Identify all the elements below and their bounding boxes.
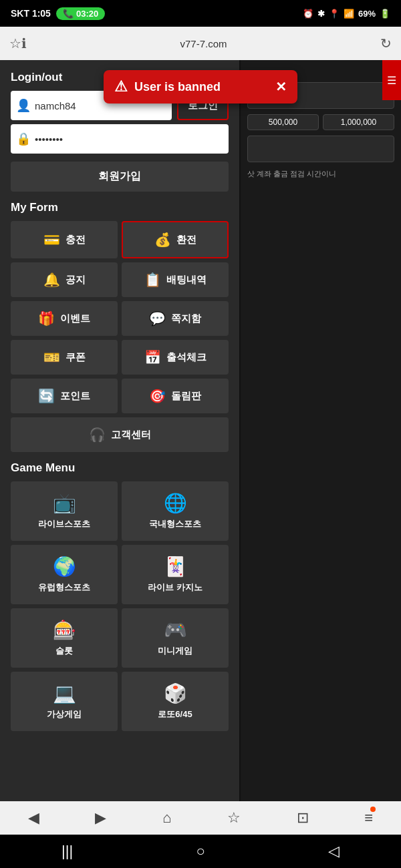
nav-back-button[interactable]: ◀ [28, 809, 39, 827]
lotto-label: 로또6/45 [158, 708, 192, 720]
domestic-sports-icon: 🌐 [164, 492, 187, 514]
domestic-sports-button[interactable]: 🌐 국내형스포츠 [122, 481, 229, 541]
amount-2: 1,000,000 [323, 114, 394, 130]
lotto-button[interactable]: 🎲 로또6/45 [122, 672, 229, 731]
slots-icon: 🎰 [53, 619, 76, 641]
event-icon: 🎁 [38, 310, 55, 327]
mini-game-button[interactable]: 🎮 미니게임 [122, 608, 229, 668]
carrier-label: SKT 1:05 [11, 8, 51, 19]
back-button[interactable]: ◁ [328, 843, 340, 860]
right-panel: ₩ 500,000 1,000,000 삿 계좌 출금 점검 시간이니 [241, 60, 401, 801]
recent-apps-button[interactable]: ||| [61, 843, 73, 860]
status-bar: SKT 1:05 📞 03:20 ⏰ ✱ 📍 📶 69% 🔋 [0, 0, 401, 27]
my-form-grid: 💳 충전 💰 환전 🔔 공지 📋 배팅내역 🎁 이벤트 💬 쪽지함 [11, 221, 229, 413]
virtual-game-button[interactable]: 💻 가상게임 [11, 672, 118, 731]
notice-button[interactable]: 🔔 공지 [11, 262, 118, 297]
point-label: 포인트 [60, 390, 90, 403]
my-form-title: My Form [11, 201, 229, 214]
coupon-icon: 🎫 [43, 349, 60, 365]
virtual-game-label: 가상게임 [47, 708, 82, 720]
right-note: 삿 계좌 출금 점검 시간이니 [247, 169, 394, 179]
mini-game-icon: 🎮 [164, 619, 187, 641]
signal-icon: 📶 [344, 9, 354, 19]
exchange-label: 환전 [176, 234, 196, 246]
event-label: 이벤트 [60, 312, 90, 325]
right-input-2[interactable] [247, 136, 394, 162]
live-casino-icon: 🃏 [164, 556, 187, 578]
live-sports-icon: 📺 [53, 492, 76, 514]
message-box-button[interactable]: 💬 쪽지함 [122, 301, 229, 336]
point-icon: 🔄 [38, 388, 55, 404]
charge-icon: 💳 [43, 232, 60, 248]
nav-bookmark-button[interactable]: ☆ [227, 809, 241, 827]
live-casino-button[interactable]: 🃏 라이브 카지노 [122, 545, 229, 604]
money-row: 500,000 1,000,000 [247, 114, 394, 130]
customer-label: 고객센터 [111, 429, 151, 441]
customer-center-button[interactable]: 🎧 고객센터 [11, 417, 229, 452]
ban-close-button[interactable]: ✕ [275, 79, 287, 95]
point-button[interactable]: 🔄 포인트 [11, 379, 118, 413]
battery-icon: 🔋 [380, 9, 390, 19]
euro-sports-button[interactable]: 🌍 유럽형스포츠 [11, 545, 118, 604]
roulette-icon: 🎯 [149, 388, 166, 404]
password-input[interactable] [35, 134, 223, 145]
location-icon: 📍 [329, 9, 340, 19]
attendance-label: 출석체크 [166, 351, 207, 364]
coupon-button[interactable]: 🎫 쿠폰 [11, 340, 118, 375]
live-sports-label: 라이브스포츠 [38, 518, 90, 530]
game-menu-section: Game Menu 📺 라이브스포츠 🌐 국내형스포츠 🌍 유럽형스포츠 🃏 라… [11, 461, 229, 731]
battery-label: 69% [358, 9, 376, 19]
lotto-icon: 🎲 [164, 682, 187, 704]
system-nav: ||| ○ ◁ [0, 835, 401, 868]
notice-icon: 🔔 [43, 272, 60, 288]
register-button[interactable]: 회원가입 [11, 162, 229, 192]
nav-home-button[interactable]: ⌂ [162, 809, 171, 827]
browser-bar: ☆ ℹ v77-7.com ↻ [0, 27, 401, 60]
mini-game-label: 미니게임 [158, 645, 192, 657]
euro-sports-label: 유럽형스포츠 [38, 582, 90, 594]
url-bar[interactable]: v77-7.com [27, 38, 380, 49]
event-button[interactable]: 🎁 이벤트 [11, 301, 118, 336]
bluetooth-icon: ✱ [317, 9, 325, 19]
password-row: 🔒 [11, 124, 229, 154]
nav-menu-button[interactable]: ≡ [364, 809, 373, 827]
attendance-button[interactable]: 📅 출석체크 [122, 340, 229, 375]
warning-icon: ⚠ [114, 78, 128, 95]
roulette-button[interactable]: 🎯 돌림판 [122, 379, 229, 413]
red-side-bar[interactable]: ☰ [382, 60, 401, 100]
user-icon: 👤 [16, 98, 31, 113]
bookmark-icon[interactable]: ☆ [9, 35, 21, 51]
message-icon: 💬 [149, 310, 166, 327]
browser-nav: ◀ ▶ ⌂ ☆ ⊡ ≡ [0, 801, 401, 835]
info-icon[interactable]: ℹ [21, 35, 27, 51]
password-wrapper: 🔒 [11, 124, 229, 154]
betting-label: 배팅내역 [166, 274, 207, 286]
ban-message: User is banned [134, 80, 221, 94]
lock-icon: 🔒 [16, 132, 31, 146]
charge-label: 충전 [65, 234, 86, 246]
domestic-sports-label: 국내형스포츠 [149, 518, 201, 530]
nav-badge [370, 807, 376, 812]
chungmin-button[interactable]: 💳 충전 [11, 221, 118, 258]
amount-1: 500,000 [247, 114, 319, 130]
headset-icon: 🎧 [89, 427, 106, 443]
ban-toast: ⚠ User is banned ✕ [104, 70, 297, 103]
slots-button[interactable]: 🎰 슬롯 [11, 608, 118, 668]
exchange-icon: 💰 [154, 232, 171, 248]
live-sports-button[interactable]: 📺 라이브스포츠 [11, 481, 118, 541]
my-form-section: My Form 💳 충전 💰 환전 🔔 공지 📋 배팅내역 🎁 이벤트 [11, 201, 229, 452]
attendance-icon: 📅 [144, 349, 161, 365]
betting-icon: 📋 [144, 272, 161, 288]
coupon-label: 쿠폰 [65, 351, 86, 364]
alarm-icon: ⏰ [303, 9, 313, 19]
refresh-icon[interactable]: ↻ [380, 35, 392, 51]
game-menu-title: Game Menu [11, 461, 229, 475]
nav-tabs-button[interactable]: ⊡ [297, 809, 309, 827]
game-grid: 📺 라이브스포츠 🌐 국내형스포츠 🌍 유럽형스포츠 🃏 라이브 카지노 🎰 슬… [11, 481, 229, 731]
home-button[interactable]: ○ [196, 843, 205, 860]
virtual-game-icon: 💻 [53, 682, 76, 704]
nav-forward-button[interactable]: ▶ [95, 809, 106, 827]
betting-history-button[interactable]: 📋 배팅내역 [122, 262, 229, 297]
main-panel: Login/out 👤 로그인 🔒 회원가입 My Form 💳 충전 💰 [0, 60, 239, 801]
hwanjeon-button[interactable]: 💰 환전 [122, 221, 229, 258]
